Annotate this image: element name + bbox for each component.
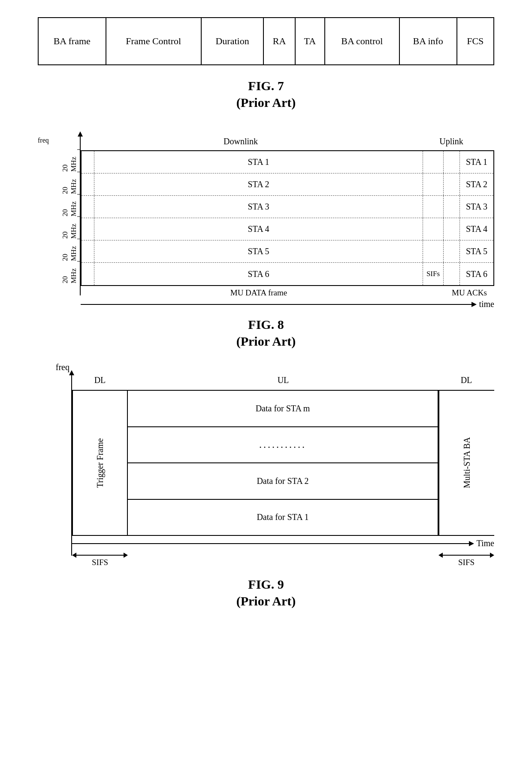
fig7-subtitle: (Prior Art) bbox=[236, 94, 296, 111]
fig8-uplink-header: Uplink bbox=[408, 137, 494, 149]
fig8-sta6-ul: STA 6 bbox=[460, 263, 493, 285]
fig9-sifs2-right-arrow bbox=[490, 553, 494, 558]
fig8-diagram: freq 20 MHz 20 MHz 20 MHz 20 MHz 20 MHz … bbox=[38, 137, 494, 309]
fig9-sifs1-left-arrow bbox=[72, 553, 76, 558]
fig9-time-axis-line bbox=[72, 543, 469, 544]
fig8-preamble-text: Common preamble bbox=[82, 151, 94, 173]
fig9-sifs2-arrow bbox=[438, 553, 494, 558]
fig8-sta2-ul: STA 2 bbox=[460, 173, 493, 195]
fig8-same-preamble-space-6 bbox=[444, 263, 460, 285]
fig9-diagram: freq DL UL DL Trigger Frame bbox=[38, 375, 494, 567]
fig8-preamble-col-1: Common preamble bbox=[82, 151, 94, 173]
fig8-grid: Common preamble STA 1 The same preamble … bbox=[81, 150, 494, 286]
fig8-preamble-space-5 bbox=[82, 240, 94, 262]
fig9-ul-label: UL bbox=[128, 375, 438, 386]
table-cell-ta: TA bbox=[295, 18, 325, 65]
page: BA frame Frame Control Duration RA TA BA… bbox=[0, 0, 532, 618]
fig8-mu-data-label: MU DATA frame bbox=[94, 288, 424, 298]
table-cell-fcs: FCS bbox=[457, 18, 494, 65]
fig7-section: BA frame Frame Control Duration RA TA BA… bbox=[26, 17, 506, 111]
fig8-freq-label: freq bbox=[38, 137, 49, 144]
fig8-y-axis-line bbox=[80, 137, 81, 295]
fig8-sta1-ul: STA 1 bbox=[460, 151, 493, 173]
fig8-tick-1 bbox=[77, 149, 81, 150]
fig8-mhz-5: 20 MHz bbox=[61, 239, 78, 261]
fig9-sifs1-line bbox=[76, 555, 124, 556]
fig9-subtitle: (Prior Art) bbox=[236, 593, 296, 609]
fig9-dots-row: ........... bbox=[128, 427, 438, 464]
fig8-sta4-dl: STA 4 bbox=[94, 218, 423, 240]
fig8-sifs-col-4 bbox=[423, 218, 444, 240]
table-cell-ba-frame: BA frame bbox=[38, 18, 106, 65]
fig9-sifs2-group: SIFS bbox=[438, 553, 494, 567]
fig8-same-preamble-space-2 bbox=[444, 173, 460, 195]
fig8-time-axis-line bbox=[81, 304, 472, 305]
fig9-sta1-row: Data for STA 1 bbox=[128, 500, 438, 535]
fig9-content: DL UL DL Trigger Frame Data for STA m ..… bbox=[72, 375, 494, 567]
fig8-sifs-col-1 bbox=[423, 151, 444, 173]
fig9-trigger-frame: Trigger Frame bbox=[72, 390, 128, 536]
fig8-mhz-1: 20 MHz bbox=[61, 149, 78, 172]
fig8-sifs-col-6: SIFs bbox=[423, 263, 444, 285]
fig8-sta3-ul: STA 3 bbox=[460, 196, 493, 218]
fig9-freq-label: freq bbox=[56, 362, 70, 372]
fig8-mhz-2: 20 MHz bbox=[61, 172, 78, 194]
fig9-dl2-label: DL bbox=[438, 375, 494, 386]
fig8-sta4-ul: STA 4 bbox=[460, 218, 493, 240]
fig8-title: FIG. 8 bbox=[236, 316, 296, 333]
fig9-time-row: Time bbox=[72, 538, 494, 548]
fig9-y-axis-arrow bbox=[69, 370, 74, 375]
fig8-mhz-3: 20 MHz bbox=[61, 194, 78, 216]
fig8-sta6-dl: STA 6 bbox=[94, 263, 423, 285]
fig8-same-preamble-text: The same preamble sent by STA1-STA5 bbox=[444, 151, 459, 173]
fig8-sifs-label: SIFs bbox=[426, 270, 440, 278]
fig8-time-arrow bbox=[472, 302, 477, 307]
fig8-subtitle: (Prior Art) bbox=[236, 333, 296, 350]
fig8-tick-3 bbox=[77, 194, 81, 195]
fig8-sifs-col-3 bbox=[423, 196, 444, 218]
fig8-sta5-ul: STA 5 bbox=[460, 240, 493, 262]
table-cell-frame-control: Frame Control bbox=[106, 18, 201, 65]
fig9-multi-ba: Multi-STA BA bbox=[438, 390, 494, 536]
fig8-bottom-labels: MU DATA frame MU ACKs bbox=[81, 288, 494, 298]
fig8-preamble-space-3 bbox=[82, 196, 94, 218]
fig9-title: FIG. 9 bbox=[236, 576, 296, 593]
fig8-sta1-dl: STA 1 bbox=[94, 151, 423, 173]
fig8-tick-4 bbox=[77, 216, 81, 217]
fig8-preamble-space-6 bbox=[82, 263, 94, 285]
fig8-sta3-dl: STA 3 bbox=[94, 196, 423, 218]
fig8-top: freq 20 MHz 20 MHz 20 MHz 20 MHz 20 MHz … bbox=[38, 137, 494, 309]
fig8-sta2-dl: STA 2 bbox=[94, 173, 423, 195]
fig9-dl1-label: DL bbox=[72, 375, 128, 386]
fig8-sifs-col-2 bbox=[423, 173, 444, 195]
fig9-ul-data: Data for STA m ........... Data for STA … bbox=[128, 390, 438, 536]
fig8-preamble-space-2 bbox=[82, 173, 94, 195]
fig8-mu-acks-label: MU ACKs bbox=[444, 288, 494, 298]
fig8-same-preamble-col-1: The same preamble sent by STA1-STA5 bbox=[444, 151, 460, 173]
fig8-time-label: time bbox=[479, 299, 494, 309]
fig8-header-row: Downlink Uplink bbox=[81, 137, 494, 149]
fig7-title: FIG. 7 bbox=[236, 77, 296, 94]
fig9-sta-m-row: Data for STA m bbox=[128, 391, 438, 427]
fig8-preamble-space-4 bbox=[82, 218, 94, 240]
fig8-tick-6 bbox=[77, 261, 81, 261]
fig9-sifs-row: SIFS SIFS bbox=[72, 553, 494, 567]
fig8-yaxis: freq 20 MHz 20 MHz 20 MHz 20 MHz 20 MHz … bbox=[38, 137, 81, 295]
fig9-sifs1-group: SIFS bbox=[72, 553, 128, 567]
fig9-sifs2-line bbox=[443, 555, 490, 556]
fig9-top: freq DL UL DL Trigger Frame bbox=[38, 375, 494, 567]
fig8-y-axis-arrow bbox=[78, 131, 83, 137]
fig9-caption: FIG. 9 (Prior Art) bbox=[236, 576, 296, 609]
fig8-same-preamble-space-5 bbox=[444, 240, 460, 262]
fig8-content: Downlink Uplink Common preamble STA 1 bbox=[81, 137, 494, 309]
fig8-caption: FIG. 8 (Prior Art) bbox=[236, 316, 296, 350]
fig8-time-row: time bbox=[81, 299, 494, 309]
table-cell-ba-info: BA info bbox=[399, 18, 457, 65]
fig9-sta2-row: Data for STA 2 bbox=[128, 463, 438, 500]
fig9-section-labels: DL UL DL bbox=[72, 375, 494, 386]
table-cell-ba-control: BA control bbox=[325, 18, 399, 65]
fig9-sifs1-label: SIFS bbox=[92, 558, 108, 567]
fig8-section: freq 20 MHz 20 MHz 20 MHz 20 MHz 20 MHz … bbox=[26, 137, 506, 350]
fig8-downlink-header: Downlink bbox=[94, 137, 388, 149]
fig7-caption: FIG. 7 (Prior Art) bbox=[236, 77, 296, 111]
